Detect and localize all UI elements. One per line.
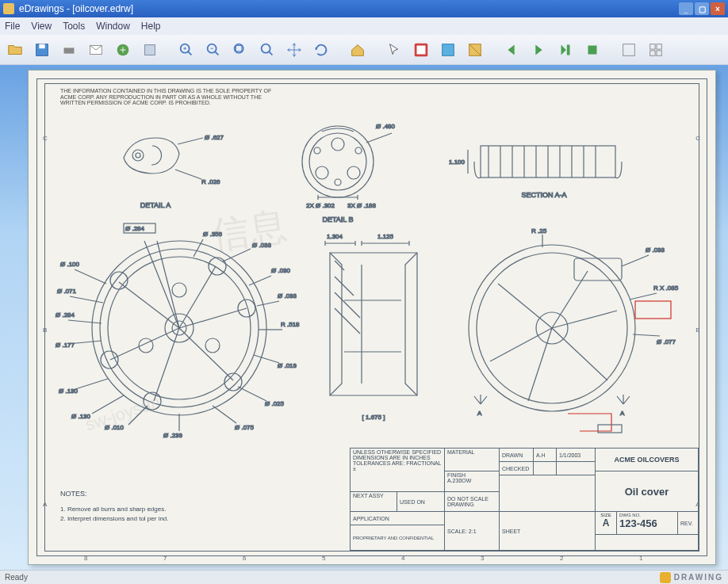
disclaimer-l1: THE INFORMATION CONTAINED IN THIS DRAWIN… [60, 88, 271, 94]
pointer-icon[interactable] [382, 38, 406, 62]
svg-line-132 [622, 255, 649, 266]
tb-drawn-h: DRAWN [499, 448, 534, 462]
app-icon [3, 3, 14, 14]
svg-text:Ø .077: Ø .077 [657, 338, 676, 345]
publish-icon[interactable] [111, 38, 135, 62]
menu-window[interactable]: Window [96, 21, 130, 32]
svg-text:R .25: R .25 [531, 227, 547, 235]
rotate-icon[interactable] [309, 38, 333, 62]
svg-text:DETAIL B: DETAIL B [322, 216, 353, 223]
zoom-area-icon[interactable] [255, 38, 279, 62]
svg-point-45 [331, 138, 344, 151]
svg-line-90 [73, 379, 108, 390]
menu-tools[interactable]: Tools [63, 21, 85, 32]
email-icon[interactable] [84, 38, 108, 62]
prev-icon[interactable] [500, 38, 523, 62]
view-detail-b[interactable]: Ø .480 2X Ø .302 3X Ø .188 DETAIL B [274, 114, 409, 225]
view-front[interactable]: Ø .100 Ø .071 Ø .284 Ø .177 Ø .130 Ø .13… [60, 217, 290, 439]
disclaimer-l2: ACME CORP. ANY REPRODUCTION IN PART OR A… [60, 94, 271, 101]
svg-point-49 [355, 147, 362, 154]
stop-icon[interactable] [580, 38, 604, 62]
svg-line-120 [335, 277, 354, 296]
svg-text:Ø .130: Ø .130 [59, 387, 79, 395]
view-section[interactable]: 1.100 SECTION A-A [449, 122, 647, 209]
toolbar [0, 35, 728, 65]
svg-rect-140 [635, 301, 671, 319]
section-icon[interactable] [463, 38, 487, 62]
svg-text:R .518: R .518 [281, 321, 300, 328]
svg-text:SECTION A-A: SECTION A-A [521, 191, 566, 199]
svg-text:Ø .038: Ø .038 [252, 242, 272, 249]
svg-rect-17 [623, 44, 635, 55]
svg-text:Ø .284: Ø .284 [56, 311, 75, 319]
workspace[interactable]: CBA CBA 876 543 21 THE INFORMATION CONTA… [0, 65, 728, 570]
open-icon[interactable] [3, 38, 27, 62]
tb-finish-h: FINISH [447, 472, 466, 478]
view-side[interactable]: 1.304 1.125 [ 1.675 ] [306, 229, 441, 427]
measure-icon[interactable] [409, 38, 433, 62]
svg-text:A: A [477, 410, 482, 417]
home-icon[interactable] [346, 38, 370, 62]
svg-text:1.100: 1.100 [449, 158, 466, 166]
svg-line-106 [254, 355, 279, 363]
save-icon[interactable] [30, 38, 54, 62]
svg-text:DETAIL A: DETAIL A [140, 201, 171, 209]
menu-help[interactable]: Help [141, 21, 161, 32]
svg-rect-20 [650, 50, 655, 55]
svg-point-48 [314, 147, 320, 154]
svg-point-44 [309, 133, 366, 190]
svg-rect-18 [650, 44, 655, 48]
svg-point-73 [209, 258, 226, 275]
play-icon[interactable] [527, 38, 550, 62]
svg-rect-10 [236, 45, 242, 51]
tb-usedon: USED ON [397, 491, 445, 512]
svg-line-121 [335, 292, 360, 318]
svg-rect-1 [39, 44, 44, 48]
menu-view[interactable]: View [31, 21, 52, 32]
note-1: 1. Remove all burrs and sharp edges. [60, 506, 169, 513]
view-right[interactable]: R .25 Ø .038 R X .085 Ø .077 A A [449, 225, 671, 431]
svg-rect-14 [443, 44, 454, 55]
print-icon[interactable] [57, 38, 81, 62]
svg-text:Ø .038: Ø .038 [646, 246, 665, 254]
svg-rect-19 [657, 44, 661, 48]
maximize-button[interactable]: ▢ [695, 2, 709, 15]
layout-single-icon[interactable] [617, 38, 641, 62]
svg-line-82 [75, 269, 106, 284]
svg-text:Ø .130: Ø .130 [71, 413, 91, 420]
brand-text: DRAWING [674, 573, 723, 582]
svg-text:Ø .025: Ø .025 [265, 400, 285, 407]
svg-point-43 [302, 126, 374, 197]
svg-point-50 [335, 179, 341, 185]
menu-file[interactable]: File [5, 21, 20, 32]
settings-icon[interactable] [138, 38, 162, 62]
tb-material: MATERIAL [447, 449, 475, 455]
svg-point-37 [136, 153, 140, 158]
svg-point-78 [110, 272, 128, 289]
zoom-fit-icon[interactable] [228, 38, 252, 62]
status-bar: Ready DRAWING [0, 570, 728, 584]
drawing-sheet[interactable]: CBA CBA 876 543 21 THE INFORMATION CONTA… [28, 70, 716, 565]
svg-rect-21 [657, 50, 661, 55]
close-button[interactable]: × [711, 2, 725, 15]
zoom-in-icon[interactable] [174, 38, 198, 62]
svg-line-108 [238, 387, 266, 401]
svg-point-47 [347, 166, 360, 179]
svg-text:Ø .356: Ø .356 [203, 231, 223, 238]
svg-text:Ø .071: Ø .071 [57, 288, 77, 295]
svg-line-40 [175, 170, 201, 179]
layout-multi-icon[interactable] [644, 38, 668, 62]
view-detail-a[interactable]: Ø .627 R .026 DETAIL A [100, 122, 227, 217]
zoom-out-icon[interactable] [201, 38, 225, 62]
tb-checked-d [556, 461, 596, 475]
next-icon[interactable] [554, 38, 577, 62]
svg-text:R .026: R .026 [201, 178, 220, 185]
tb-tol1: UNLESS OTHERWISE SPECIFIED [353, 449, 441, 455]
svg-text:R X .085: R X .085 [653, 284, 679, 292]
svg-rect-3 [65, 44, 72, 48]
svg-text:Ø .177: Ø .177 [56, 342, 75, 349]
svg-text:3X Ø .188: 3X Ø .188 [347, 202, 377, 209]
minimize-button[interactable]: _ [679, 2, 693, 15]
markup-icon[interactable] [436, 38, 460, 62]
pan-icon[interactable] [282, 38, 306, 62]
